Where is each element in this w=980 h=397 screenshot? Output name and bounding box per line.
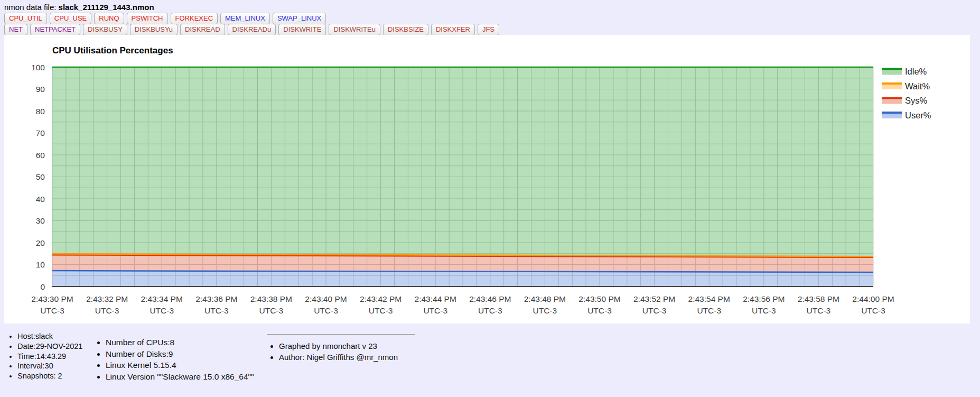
x-tick-time: 2:43:50 PM <box>578 294 620 303</box>
x-tick-timezone: UTC-3 <box>314 306 338 315</box>
legend-item-sys: Sys% <box>882 96 928 105</box>
footer-item: Time:14:43.29 <box>17 352 82 362</box>
y-tick-label: 40 <box>36 195 45 204</box>
x-tick-time: 2:43:38 PM <box>250 294 292 303</box>
chart-legend: Idle%Wait%Sys%User% <box>882 67 931 120</box>
x-tick-timezone: UTC-3 <box>861 306 885 315</box>
x-tick-timezone: UTC-3 <box>40 306 64 315</box>
x-tick-timezone: UTC-3 <box>150 306 174 315</box>
x-tick-timezone: UTC-3 <box>697 306 721 315</box>
x-tick-timezone: UTC-3 <box>478 306 502 315</box>
legend-item-user: User% <box>882 110 931 120</box>
y-tick-label: 30 <box>36 216 45 225</box>
x-tick-time: 2:43:42 PM <box>360 294 402 303</box>
legend-label: Wait% <box>905 81 930 91</box>
x-tick-time: 2:43:30 PM <box>31 294 73 303</box>
x-tick-timezone: UTC-3 <box>423 306 447 315</box>
area-user <box>52 271 873 287</box>
system-info-list: Number of CPUs:8Number of Disks:9Linux K… <box>96 337 254 383</box>
x-tick-time: 2:43:48 PM <box>524 294 566 303</box>
x-tick-timezone: UTC-3 <box>752 306 776 315</box>
x-tick-timezone: UTC-3 <box>533 306 557 315</box>
legend-item-wait: Wait% <box>882 81 930 91</box>
legend-swatch-line <box>882 97 902 99</box>
footer-item: Date:29-NOV-2021 <box>17 341 82 352</box>
footer-item: Snapshots: 2 <box>17 371 82 381</box>
legend-swatch-line <box>882 82 902 85</box>
x-tick-time: 2:43:56 PM <box>743 294 785 303</box>
credits-list: Graphed by nmonchart v 23Author: Nigel G… <box>269 340 398 363</box>
y-axis-labels: 0102030405060708090100 <box>31 63 45 291</box>
footer-item: Linux Version ""Slackware 15.0 x86_64"" <box>106 371 254 383</box>
x-tick-time: 2:44:00 PM <box>852 294 894 303</box>
footer-info: Host:slackDate:29-NOV-2021Time:14:43.29I… <box>0 0 980 73</box>
y-tick-label: 50 <box>36 172 45 181</box>
footer-item: Host:slack <box>17 331 82 341</box>
x-tick-time: 2:43:46 PM <box>469 294 511 303</box>
footer-item: Number of CPUs:8 <box>106 337 254 348</box>
x-tick-timezone: UTC-3 <box>587 306 612 315</box>
y-tick-label: 0 <box>40 282 45 291</box>
legend-swatch-fill <box>882 114 902 118</box>
x-tick-timezone: UTC-3 <box>369 306 393 315</box>
footer-item: Interval:30 <box>17 361 82 371</box>
y-tick-label: 60 <box>36 151 45 160</box>
legend-swatch-fill <box>882 85 902 89</box>
x-tick-time: 2:43:36 PM <box>195 294 237 303</box>
x-tick-timezone: UTC-3 <box>204 306 229 315</box>
x-tick-time: 2:43:34 PM <box>141 294 183 303</box>
x-tick-time: 2:43:54 PM <box>688 294 730 303</box>
x-tick-time: 2:43:32 PM <box>86 294 128 303</box>
y-tick-label: 20 <box>36 238 45 247</box>
cpu-utilisation-chart: 01020304050607080901002:43:30 PMUTC-32:4… <box>4 35 970 324</box>
legend-swatch-line <box>882 112 902 114</box>
x-tick-time: 2:43:58 PM <box>798 294 839 303</box>
y-tick-label: 70 <box>36 128 45 137</box>
legend-label: Sys% <box>905 96 928 105</box>
x-tick-timezone: UTC-3 <box>807 306 831 315</box>
x-tick-time: 2:43:44 PM <box>415 294 456 303</box>
y-tick-label: 10 <box>36 260 45 269</box>
footer-item: Graphed by nmonchart v 23 <box>279 340 398 352</box>
footer-item: Linux Kernel 5.15.4 <box>106 359 254 371</box>
area-idle <box>52 67 873 256</box>
legend-label: User% <box>905 110 931 120</box>
x-tick-timezone: UTC-3 <box>259 306 284 315</box>
x-tick-time: 2:43:52 PM <box>633 294 675 303</box>
y-tick-label: 80 <box>36 107 45 116</box>
host-info-list: Host:slackDate:29-NOV-2021Time:14:43.29I… <box>7 331 82 381</box>
chart-card: 01020304050607080901002:43:30 PMUTC-32:4… <box>4 35 970 324</box>
x-tick-time: 2:43:40 PM <box>305 294 347 303</box>
y-tick-label: 90 <box>36 85 45 94</box>
divider <box>267 334 415 335</box>
x-tick-timezone: UTC-3 <box>95 306 119 315</box>
footer-item: Number of Disks:9 <box>106 348 254 360</box>
footer-item: Author: Nigel Griffiths @mr_nmon <box>279 352 398 363</box>
x-tick-timezone: UTC-3 <box>642 306 667 315</box>
legend-swatch-fill <box>882 99 902 104</box>
x-axis-labels: 2:43:30 PMUTC-32:43:32 PMUTC-32:43:34 PM… <box>31 294 894 315</box>
